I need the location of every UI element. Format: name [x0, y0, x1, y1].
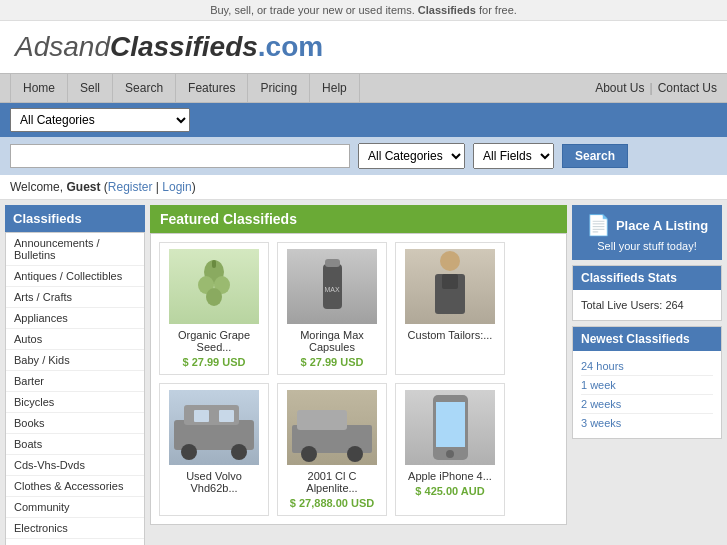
- newest-item-1[interactable]: 1 week: [581, 376, 713, 395]
- listing-title-4: 2001 Cl C Alpenlite...: [284, 470, 380, 494]
- svg-point-20: [347, 446, 363, 462]
- sidebar-item-announcements[interactable]: Announcements / Bulletins: [6, 233, 144, 266]
- svg-rect-4: [212, 260, 216, 268]
- stats-users-label: Total Live Users:: [581, 299, 662, 311]
- sidebar-item-electronics[interactable]: Electronics: [6, 518, 144, 539]
- sidebar-item-arts[interactable]: Arts / Crafts: [6, 287, 144, 308]
- nav-features[interactable]: Features: [176, 74, 248, 102]
- svg-rect-16: [219, 410, 234, 422]
- sidebar-item-community[interactable]: Community: [6, 497, 144, 518]
- svg-rect-15: [194, 410, 209, 422]
- listing-img-1: MAX: [287, 249, 377, 324]
- center: Featured Classifieds Organic Grape Seed.…: [150, 205, 567, 545]
- newest-item-2[interactable]: 2 weeks: [581, 395, 713, 414]
- listing-card-1[interactable]: MAX Moringa Max Capsules $ 27.99 USD: [277, 242, 387, 375]
- svg-rect-10: [442, 274, 458, 289]
- listing-img-4: [287, 390, 377, 465]
- top-bar-brand: Classifieds: [418, 4, 476, 16]
- category-select[interactable]: All Categories: [10, 108, 190, 132]
- logo-area: AdsandClassifieds.com: [0, 21, 727, 73]
- nav-sell[interactable]: Sell: [68, 74, 113, 102]
- listing-card-2[interactable]: Custom Tailors:...: [395, 242, 505, 375]
- sidebar-header: Classifieds: [5, 205, 145, 232]
- place-listing-box[interactable]: 📄 Place A Listing Sell your stuff today!: [572, 205, 722, 260]
- sidebar-item-antiques[interactable]: Antiques / Collectibles: [6, 266, 144, 287]
- register-link[interactable]: Register: [108, 180, 153, 194]
- sidebar-item-boats[interactable]: Boats: [6, 434, 144, 455]
- newest-header: Newest Classifieds: [573, 327, 721, 351]
- welcome-user: Guest: [66, 180, 100, 194]
- svg-point-19: [301, 446, 317, 462]
- top-bar: Buy, sell, or trade your new or used ite…: [0, 0, 727, 21]
- sidebar-item-bicycles[interactable]: Bicycles: [6, 392, 144, 413]
- stats-header: Classifieds Stats: [573, 266, 721, 290]
- top-bar-text: Buy, sell, or trade your new or used ite…: [210, 4, 415, 16]
- listing-title-0: Organic Grape Seed...: [166, 329, 262, 353]
- top-bar-suffix: for free.: [479, 4, 517, 16]
- main: Classifieds Announcements / Bulletins An…: [0, 200, 727, 545]
- listing-card-0[interactable]: Organic Grape Seed... $ 27.99 USD: [159, 242, 269, 375]
- sidebar-list: Announcements / Bulletins Antiques / Col…: [5, 232, 145, 545]
- listing-img-5: [405, 390, 495, 465]
- search-field-select[interactable]: All Fields: [473, 143, 554, 169]
- nav-help[interactable]: Help: [310, 74, 360, 102]
- nav-right: About Us | Contact Us: [595, 81, 717, 95]
- sidebar-item-baby[interactable]: Baby / Kids: [6, 350, 144, 371]
- listing-card-3[interactable]: Used Volvo Vhd62b...: [159, 383, 269, 516]
- sidebar: Classifieds Announcements / Bulletins An…: [5, 205, 145, 545]
- newest-box: Newest Classifieds 24 hours 1 week 2 wee…: [572, 326, 722, 439]
- nav-sep: |: [650, 81, 653, 95]
- listing-price-0: $ 27.99 USD: [166, 356, 262, 368]
- nav-home[interactable]: Home: [10, 74, 68, 102]
- sidebar-item-freestuff[interactable]: Free Stuff: [6, 539, 144, 545]
- welcome-bar: Welcome, Guest (Register | Login): [0, 175, 727, 200]
- nav-about[interactable]: About Us: [595, 81, 644, 95]
- sidebar-item-clothes[interactable]: Clothes & Accessories: [6, 476, 144, 497]
- nav-left: Home Sell Search Features Pricing Help: [10, 74, 360, 102]
- stats-box: Classifieds Stats Total Live Users: 264: [572, 265, 722, 321]
- stats-body: Total Live Users: 264: [573, 290, 721, 320]
- sidebar-item-books[interactable]: Books: [6, 413, 144, 434]
- sidebar-item-cds[interactable]: Cds-Vhs-Dvds: [6, 455, 144, 476]
- nav-search[interactable]: Search: [113, 74, 176, 102]
- place-listing-subtitle: Sell your stuff today!: [580, 240, 714, 252]
- svg-point-23: [446, 450, 454, 458]
- listing-img-2: [405, 249, 495, 324]
- stats-users-value: 264: [665, 299, 683, 311]
- svg-point-14: [231, 444, 247, 460]
- svg-text:MAX: MAX: [324, 286, 340, 293]
- svg-point-8: [440, 251, 460, 271]
- listing-price-1: $ 27.99 USD: [284, 356, 380, 368]
- sidebar-item-barter[interactable]: Barter: [6, 371, 144, 392]
- login-link[interactable]: Login: [162, 180, 191, 194]
- search-input[interactable]: [10, 144, 350, 168]
- category-bar: All Categories: [0, 103, 727, 137]
- place-listing-title: 📄 Place A Listing: [580, 213, 714, 237]
- logo: AdsandClassifieds.com: [15, 31, 712, 63]
- nav-pricing[interactable]: Pricing: [248, 74, 310, 102]
- sidebar-item-autos[interactable]: Autos: [6, 329, 144, 350]
- listing-price-5: $ 425.00 AUD: [402, 485, 498, 497]
- listing-img-0: [169, 249, 259, 324]
- newest-item-3[interactable]: 3 weeks: [581, 414, 713, 432]
- svg-rect-22: [436, 402, 465, 447]
- featured-grid: Organic Grape Seed... $ 27.99 USD MAX Mo…: [150, 233, 567, 525]
- listing-title-2: Custom Tailors:...: [402, 329, 498, 341]
- svg-rect-18: [297, 410, 347, 430]
- nav-contact[interactable]: Contact Us: [658, 81, 717, 95]
- search-button[interactable]: Search: [562, 144, 628, 168]
- search-category-select[interactable]: All Categories: [358, 143, 465, 169]
- logo-part3: .com: [258, 31, 323, 62]
- sidebar-item-appliances[interactable]: Appliances: [6, 308, 144, 329]
- logo-part1: Adsand: [15, 31, 110, 62]
- listing-card-4[interactable]: 2001 Cl C Alpenlite... $ 27,888.00 USD: [277, 383, 387, 516]
- svg-point-3: [206, 288, 222, 306]
- newest-body: 24 hours 1 week 2 weeks 3 weeks: [573, 351, 721, 438]
- newest-item-0[interactable]: 24 hours: [581, 357, 713, 376]
- right-sidebar: 📄 Place A Listing Sell your stuff today!…: [572, 205, 722, 545]
- listing-img-3: [169, 390, 259, 465]
- listing-card-5[interactable]: Apple iPhone 4... $ 425.00 AUD: [395, 383, 505, 516]
- document-icon: 📄: [586, 213, 611, 237]
- search-bar: All Categories All Fields Search: [0, 137, 727, 175]
- welcome-text: Welcome,: [10, 180, 63, 194]
